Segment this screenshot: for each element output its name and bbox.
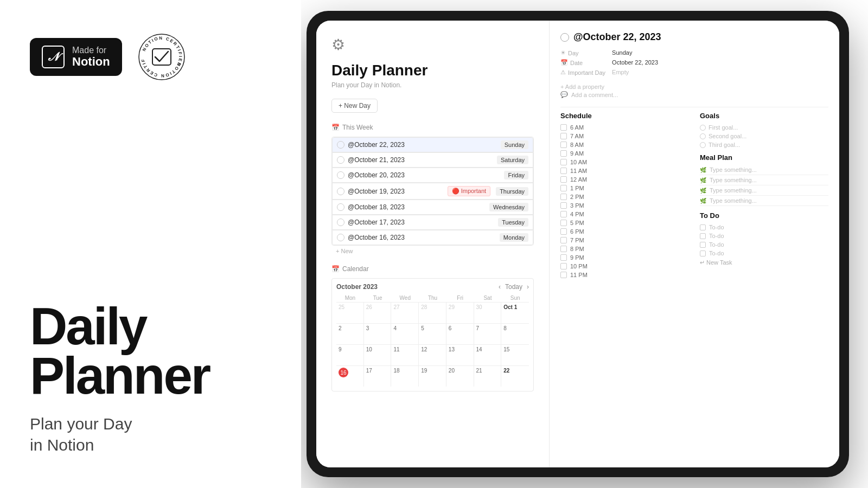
sched-11pm: 11 PM [560, 271, 689, 279]
week-row-5[interactable]: @October 17, 2023 Tuesday [332, 215, 533, 230]
notion-n-icon: 𝒩 [42, 46, 65, 68]
svg-text:NOTION CERTIFIED: NOTION CERTIFIED [142, 36, 183, 68]
cal-cell[interactable]: 19 [419, 366, 446, 387]
add-new-row[interactable]: + New [331, 246, 534, 256]
headline-title: Daily Planner [30, 301, 263, 400]
cal-week-1: 25 26 27 28 29 30 Oct 1 [336, 302, 529, 323]
notion-badge-notion: Notion [72, 55, 110, 68]
add-property[interactable]: + Add a property [560, 82, 828, 91]
row-tag-1: Saturday [497, 156, 528, 164]
next-month[interactable]: › [527, 283, 529, 291]
week-row-0[interactable]: @October 22, 2023 Sunday [332, 137, 533, 152]
cal-cell[interactable]: 28 [419, 303, 446, 323]
todo-row-2: To-do [700, 240, 828, 249]
cal-cell[interactable]: 30 [474, 303, 502, 323]
goal-row-2: Third goal... [700, 140, 828, 149]
cal-cell[interactable]: 3 [364, 324, 392, 344]
row-check-5 [337, 219, 344, 226]
new-task-btn[interactable]: ↵ New Task [700, 258, 828, 268]
row-check-1 [337, 156, 344, 164]
cal-cell[interactable]: 26 [364, 303, 392, 323]
main-headline: Daily Planner Plan your Day in Notion [30, 291, 263, 455]
calendar-month: October 2023 [336, 283, 378, 291]
cal-cell[interactable]: 13 [446, 345, 474, 365]
sched-1pm: 1 PM [560, 184, 689, 192]
new-day-button[interactable]: + New Day [331, 99, 378, 113]
cal-cell[interactable]: 29 [446, 303, 474, 323]
row-date-0: @October 22, 2023 [348, 141, 497, 149]
row-tag-4: Wednesday [489, 203, 528, 211]
cal-cell[interactable]: 7 [474, 324, 502, 344]
todo-row-3: To-do [700, 249, 828, 258]
todo-row-0: To-do [700, 223, 828, 232]
detail-title: @October 22, 2023 [560, 31, 828, 43]
cal-cell[interactable]: 22 [501, 366, 529, 387]
cal-cell[interactable]: 17 [364, 366, 392, 387]
sched-6am: 6 AM [560, 123, 689, 132]
todo-header: To Do [700, 211, 828, 220]
tablet-wrapper: ⚙ Daily Planner Plan your Day in Notion.… [307, 11, 849, 477]
cal-cell[interactable]: 18 [391, 366, 419, 387]
certified-badge: NOTION CERTIFIED NOTION CERTIFIED [137, 33, 186, 81]
meal-row-1: 🌿Type something... [700, 175, 828, 185]
cal-cell[interactable]: 12 [419, 345, 446, 365]
todo-row-1: To-do [700, 232, 828, 240]
date-value: October 22, 2023 [612, 59, 828, 66]
sched-6pm: 6 PM [560, 227, 689, 236]
cal-cell[interactable]: 15 [501, 345, 529, 365]
cal-cell-today[interactable]: 16 [336, 366, 364, 387]
cal-cell[interactable]: 4 [391, 324, 419, 344]
cal-cell[interactable]: Oct 1 [501, 303, 529, 323]
sched-4pm: 4 PM [560, 210, 689, 219]
sched-2pm: 2 PM [560, 192, 689, 201]
row-date-2: @October 20, 2023 [348, 171, 501, 179]
right-section: ⚙ Daily Planner Plan your Day in Notion.… [301, 0, 868, 488]
calendar-icon-week: 📅 [331, 124, 340, 131]
cal-cell[interactable]: 9 [336, 345, 364, 365]
calendar-icon: 📅 [331, 265, 340, 273]
schedule-col: Schedule 6 AM 7 AM 8 AM 9 AM 10 AM 11 AM… [560, 112, 689, 279]
cal-cell[interactable]: 20 [446, 366, 474, 387]
comment-row[interactable]: 💬 Add a comment... [560, 91, 828, 98]
week-list: @October 22, 2023 Sunday @October 21, 20… [331, 137, 534, 246]
props-grid: ☀ Day Sunday 📅 Date October 22, 2023 [560, 49, 828, 76]
sched-9am: 9 AM [560, 149, 689, 158]
row-tag-important: 🔴 Important [448, 186, 491, 196]
week-row-4[interactable]: @October 18, 2023 Wednesday [332, 200, 533, 215]
week-row-6[interactable]: @October 16, 2023 Monday [332, 230, 533, 245]
week-row-1[interactable]: @October 21, 2023 Saturday [332, 152, 533, 168]
cal-cell[interactable]: 25 [336, 303, 364, 323]
important-icon: ⚠ [560, 69, 566, 76]
row-check-0 [337, 141, 344, 149]
prev-month[interactable]: ‹ [499, 283, 501, 291]
day-value: Sunday [612, 49, 828, 56]
cal-cell[interactable]: 11 [391, 345, 419, 365]
cal-week-2: 2 3 4 5 6 7 8 [336, 323, 529, 344]
sched-10pm: 10 PM [560, 262, 689, 271]
goals-header: Goals [700, 112, 828, 120]
sched-5pm: 5 PM [560, 219, 689, 227]
detail-title-text: @October 22, 2023 [573, 31, 661, 43]
certified-svg: NOTION CERTIFIED NOTION CERTIFIED [137, 33, 186, 81]
cal-cell[interactable]: 2 [336, 324, 364, 344]
row-date-4: @October 18, 2023 [348, 203, 486, 211]
sched-7am: 7 AM [560, 132, 689, 140]
cal-cell[interactable]: 8 [501, 324, 529, 344]
notion-badge: 𝒩 Made for Notion [30, 38, 122, 76]
cal-cell[interactable]: 14 [474, 345, 502, 365]
cal-cell[interactable]: 21 [474, 366, 502, 387]
today-button[interactable]: Today [505, 283, 522, 291]
cal-cell[interactable]: 6 [446, 324, 474, 344]
week-row-2[interactable]: @October 20, 2023 Friday [332, 168, 533, 183]
row-tag-3: Thursday [496, 187, 528, 196]
day-label: ☀ Day [560, 49, 605, 56]
cal-cell[interactable]: 5 [419, 324, 446, 344]
row-check-2 [337, 171, 344, 179]
cal-cell[interactable]: 27 [391, 303, 419, 323]
meal-row-0: 🌿Type something... [700, 165, 828, 175]
row-tag-0: Sunday [501, 140, 528, 149]
cal-cell[interactable]: 10 [364, 345, 392, 365]
week-row-3[interactable]: @October 19, 2023 🔴 Important Thursday [332, 183, 533, 200]
row-tag-2: Friday [504, 171, 528, 179]
row-date-5: @October 17, 2023 [348, 219, 495, 226]
